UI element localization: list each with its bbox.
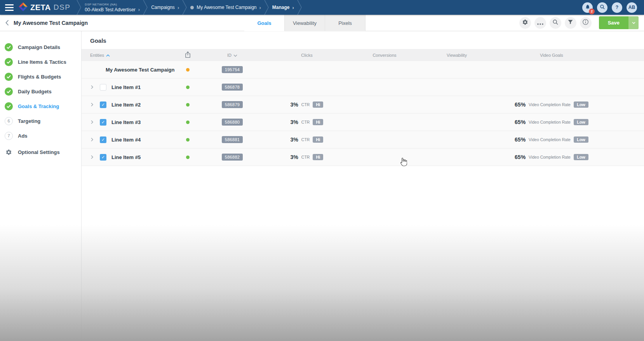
help-button[interactable]: ? [612, 2, 622, 13]
breadcrumb-divider [264, 0, 269, 15]
chevron-right-icon[interactable]: › [138, 7, 140, 12]
tab-viewability[interactable]: Viewability [285, 15, 325, 31]
id-badge: 586879 [222, 101, 243, 108]
sidebar-item-ads[interactable]: 7 Ads [0, 128, 81, 143]
table-row: Line Item #2 586879 3% CTR Hi 65% Video … [82, 96, 644, 114]
hamburger-menu-icon[interactable] [0, 0, 17, 15]
check-circle-icon [5, 43, 13, 51]
row-checkbox[interactable] [100, 154, 106, 161]
id-badge: 586880 [222, 119, 243, 126]
tab-pixels[interactable]: Pixels [325, 15, 366, 31]
section-heading: Goals [82, 31, 644, 49]
avatar[interactable]: AB [627, 2, 637, 13]
expand-chevron-icon[interactable] [91, 120, 97, 124]
breadcrumb-manage[interactable]: Manage› [269, 0, 297, 15]
notifications-button[interactable]: 2 [582, 2, 593, 13]
breadcrumb-divider [77, 0, 82, 15]
global-search-button[interactable] [597, 2, 607, 13]
zeta-dsp-logo[interactable]: ZETA DSP [17, 0, 77, 15]
save-label[interactable]: Save [599, 16, 628, 29]
tab-goals[interactable]: Goals [244, 15, 285, 31]
page-title: My Awesome Test Campaign [14, 20, 88, 26]
header-label: Entities [90, 53, 104, 58]
brand-suffix: DSP [54, 3, 71, 12]
avatar-initials: AB [628, 5, 635, 10]
expand-chevron-icon[interactable] [91, 85, 97, 89]
header-label: Video Goals [540, 53, 563, 58]
goal-metric: CTR [301, 155, 310, 159]
sidebar-item-goals-tracking[interactable]: Goals & Tracking [0, 99, 81, 114]
clicks-goal[interactable]: 3% CTR Hi [268, 136, 346, 143]
expand-chevron-icon[interactable] [91, 138, 97, 142]
video-goal[interactable]: 65% Video Completion Rate Low [490, 101, 644, 108]
video-goal[interactable]: 65% Video Completion Rate Low [490, 119, 644, 125]
goals-panel: Goals Entities ID Clicks Conversions Vie… [82, 31, 644, 341]
sidebar-item-targeting[interactable]: 6 Targeting [0, 114, 81, 128]
breadcrumb-divider [182, 0, 187, 15]
chevron-right-icon[interactable]: › [292, 5, 294, 10]
save-button[interactable]: Save [599, 16, 639, 29]
breadcrumb-divider [297, 0, 302, 15]
export-column-header[interactable] [179, 51, 197, 59]
priority-badge: Low [574, 101, 588, 108]
column-header-conversions[interactable]: Conversions [346, 53, 423, 58]
sidebar-item-label: Daily Budgets [18, 89, 52, 94]
breadcrumb-campaign[interactable]: My Awesome Test Campaign› [187, 0, 264, 15]
video-goal[interactable]: 65% Video Completion Rate Low [490, 154, 644, 160]
row-checkbox[interactable] [100, 84, 106, 91]
sidebar-item-label: Campaign Details [18, 44, 60, 50]
breadcrumb-divider [143, 0, 148, 15]
column-header-entities[interactable]: Entities [82, 53, 179, 58]
sidebar-item-label: Goals & Tracking [18, 103, 59, 109]
back-button[interactable] [0, 20, 14, 26]
settings-button[interactable] [519, 17, 531, 29]
goal-metric: Video Completion Rate [529, 102, 571, 107]
clicks-goal[interactable]: 3% CTR Hi [268, 101, 346, 108]
clicks-goal[interactable]: 3% CTR Hi [268, 154, 346, 160]
sidebar-item-label: Flights & Budgets [18, 74, 61, 80]
chevron-right-icon[interactable]: › [178, 5, 179, 10]
goal-value: 3% [291, 119, 298, 125]
priority-badge: Low [574, 136, 588, 143]
column-header-id[interactable]: ID [197, 53, 268, 58]
column-header-viewability[interactable]: Viewability [423, 53, 490, 58]
column-header-clicks[interactable]: Clicks [268, 53, 346, 58]
column-header-video-goals[interactable]: Video Goals [490, 53, 644, 58]
more-options-button[interactable] [534, 17, 546, 29]
chevron-right-icon[interactable]: › [259, 5, 261, 10]
id-badge: 586882 [222, 154, 243, 161]
sidebar-item-campaign-details[interactable]: Campaign Details [0, 40, 81, 54]
status-dot-icon [190, 6, 194, 9]
video-goal[interactable]: 65% Video Completion Rate Low [490, 136, 644, 143]
sidebar-item-daily-budgets[interactable]: Daily Budgets [0, 84, 81, 99]
step-number-badge: 7 [5, 132, 13, 140]
row-checkbox[interactable] [100, 136, 106, 143]
expand-chevron-icon[interactable] [91, 103, 97, 107]
status-dot-icon [186, 156, 190, 159]
tab-label: Goals [257, 20, 271, 26]
sidebar-item-line-items-tactics[interactable]: Line Items & Tactics [0, 54, 81, 69]
priority-badge: Hi [313, 119, 323, 125]
breadcrumb: DSP NETWORK (NA) 00-AlexB Test Advertise… [77, 0, 302, 15]
info-button[interactable] [580, 17, 592, 29]
sort-asc-icon [106, 53, 110, 58]
header-label: Conversions [372, 53, 396, 58]
row-checkbox[interactable] [100, 119, 106, 126]
sidebar-item-label: Optional Settings [18, 149, 60, 155]
breadcrumb-advertiser[interactable]: DSP NETWORK (NA) 00-AlexB Test Advertise… [82, 0, 143, 15]
filter-button[interactable] [565, 17, 576, 29]
save-dropdown-button[interactable] [628, 16, 639, 29]
entity-name: Line Item #5 [111, 154, 141, 160]
goal-value: 65% [515, 136, 526, 143]
clicks-goal[interactable]: 3% CTR Hi [268, 119, 346, 125]
goal-value: 3% [291, 101, 298, 108]
advertiser-label: 00-AlexB Test Advertiser [85, 7, 136, 12]
row-checkbox[interactable] [100, 101, 106, 108]
priority-badge: Hi [313, 154, 323, 160]
sidebar-item-flights-budgets[interactable]: Flights & Budgets [0, 69, 81, 84]
priority-badge: Low [574, 119, 588, 125]
expand-chevron-icon[interactable] [91, 155, 97, 159]
sidebar-item-optional-settings[interactable]: Optional Settings [0, 145, 81, 159]
breadcrumb-campaigns[interactable]: Campaigns› [148, 0, 182, 15]
search-button[interactable] [550, 17, 561, 29]
